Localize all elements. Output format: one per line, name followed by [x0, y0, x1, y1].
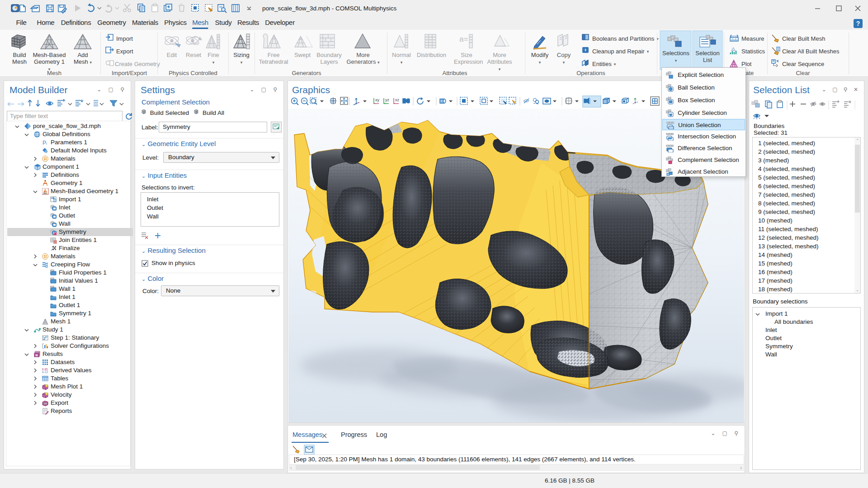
- svg-text:pore_scale_flow_3d.mph - COMSO: pore_scale_flow_3d.mph - COMSOL Multiphy…: [262, 5, 397, 12]
- svg-text:yz: yz: [385, 98, 390, 102]
- svg-text:xy: xy: [375, 98, 380, 102]
- svg-text:a=: a=: [459, 35, 468, 43]
- svg-text:xz: xz: [395, 98, 400, 102]
